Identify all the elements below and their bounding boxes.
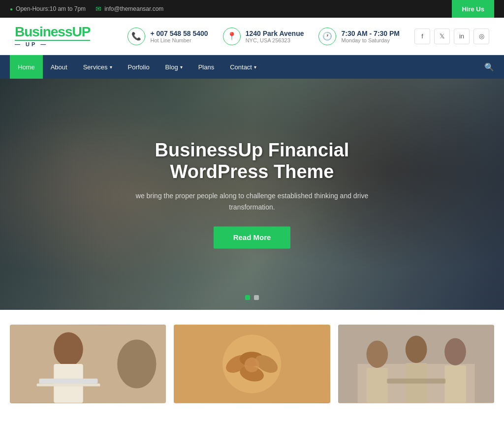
nav-item-services[interactable]: Services ▾	[75, 55, 120, 79]
address-city: NYC, USA 256323	[246, 37, 304, 43]
logo-up: UP	[72, 24, 91, 39]
instagram-icon[interactable]: ◎	[473, 29, 489, 44]
site-header: BusinessUP — UP — 📞 + 007 548 58 5400 Ho…	[0, 18, 504, 55]
phone-label: Hot Line Number	[150, 37, 208, 43]
cards-section	[0, 310, 504, 418]
svg-point-12	[245, 358, 259, 372]
svg-point-1	[54, 332, 83, 366]
nav-item-plans[interactable]: Plans	[190, 55, 222, 79]
card-svg-2	[174, 325, 330, 403]
linkedin-icon[interactable]: in	[454, 29, 470, 44]
blog-arrow: ▾	[180, 64, 183, 70]
card-svg-1	[10, 325, 166, 403]
nav-items: Home About Services ▾ Porfolio Blog ▾ Pl…	[10, 55, 264, 79]
slider-dot-1[interactable]	[245, 295, 250, 300]
mail-icon: ✉	[95, 5, 101, 13]
open-dot: ●	[10, 6, 13, 12]
contact-address: 📍 1240 Park Avenue NYC, USA 256323	[223, 28, 304, 45]
hours-time: 7:30 AM - 7:30 PM	[341, 30, 400, 37]
svg-point-5	[117, 339, 156, 388]
main-nav: Home About Services ▾ Porfolio Blog ▾ Pl…	[0, 55, 504, 79]
logo-sub: — UP —	[15, 40, 90, 47]
svg-rect-16	[366, 368, 388, 403]
header-contacts: 📞 + 007 548 58 5400 Hot Line Number 📍 12…	[127, 28, 489, 45]
contact-arrow: ▾	[254, 64, 256, 70]
hero-content: BusinessUp Financial WordPress Theme we …	[129, 140, 375, 248]
hero-section: BusinessUp Financial WordPress Theme we …	[0, 79, 504, 310]
social-icons: f 𝕏 in ◎	[414, 29, 489, 44]
services-arrow: ▾	[110, 64, 112, 70]
card-2[interactable]	[174, 325, 330, 403]
nav-item-contact[interactable]: Contact ▾	[222, 55, 264, 79]
svg-point-17	[406, 335, 427, 363]
email-text: info@themeansar.com	[104, 5, 163, 12]
nav-item-portfolio[interactable]: Porfolio	[120, 55, 158, 79]
svg-point-19	[444, 338, 466, 365]
phone-number: + 007 548 58 5400	[150, 30, 208, 37]
open-hours: ● Open-Hours:10 am to 7pm	[10, 5, 86, 12]
address-text: 1240 Park Avenue NYC, USA 256323	[246, 30, 304, 43]
contact-phone: 📞 + 007 548 58 5400 Hot Line Number	[127, 28, 208, 45]
hours-days: Monday to Saturday	[341, 37, 400, 43]
svg-point-15	[366, 340, 388, 368]
logo-main: Business	[15, 24, 72, 39]
card-image-1	[10, 325, 166, 403]
svg-rect-21	[387, 379, 445, 384]
card-1[interactable]	[10, 325, 166, 403]
svg-rect-4	[37, 384, 100, 387]
card-3[interactable]	[338, 325, 494, 403]
address-street: 1240 Park Avenue	[246, 30, 304, 37]
hours-text: 7:30 AM - 7:30 PM Monday to Saturday	[341, 30, 400, 43]
card-image-2	[174, 325, 330, 403]
top-bar: ● Open-Hours:10 am to 7pm ✉ info@themean…	[0, 0, 504, 18]
hire-us-button[interactable]: Hire Us	[452, 0, 494, 18]
slider-dots	[245, 295, 259, 300]
hero-subtitle: we bring the proper people along to chal…	[129, 191, 375, 213]
svg-rect-20	[444, 365, 466, 403]
phone-text: + 007 548 58 5400 Hot Line Number	[150, 30, 208, 43]
site-logo[interactable]: BusinessUP — UP —	[15, 25, 90, 47]
search-icon[interactable]: 🔍	[484, 62, 494, 72]
card-svg-3	[338, 325, 494, 403]
nav-item-about[interactable]: About	[43, 55, 75, 79]
card-image-3	[338, 325, 494, 403]
email-info: ✉ info@themeansar.com	[95, 5, 163, 13]
location-icon: 📍	[223, 28, 241, 45]
logo-text: BusinessUP	[15, 25, 90, 39]
hero-title: BusinessUp Financial WordPress Theme	[129, 140, 375, 182]
top-bar-info: ● Open-Hours:10 am to 7pm ✉ info@themean…	[10, 5, 163, 13]
clock-icon: 🕐	[318, 28, 336, 45]
read-more-button[interactable]: Read More	[214, 227, 291, 249]
contact-hours: 🕐 7:30 AM - 7:30 PM Monday to Saturday	[318, 28, 400, 45]
slider-dot-2[interactable]	[254, 295, 259, 300]
facebook-icon[interactable]: f	[414, 29, 430, 44]
svg-rect-3	[39, 379, 97, 384]
open-hours-text: Open-Hours:10 am to 7pm	[16, 5, 86, 12]
nav-item-home[interactable]: Home	[10, 55, 43, 79]
nav-item-blog[interactable]: Blog ▾	[158, 55, 190, 79]
twitter-icon[interactable]: 𝕏	[434, 29, 450, 44]
phone-icon: 📞	[127, 28, 145, 45]
